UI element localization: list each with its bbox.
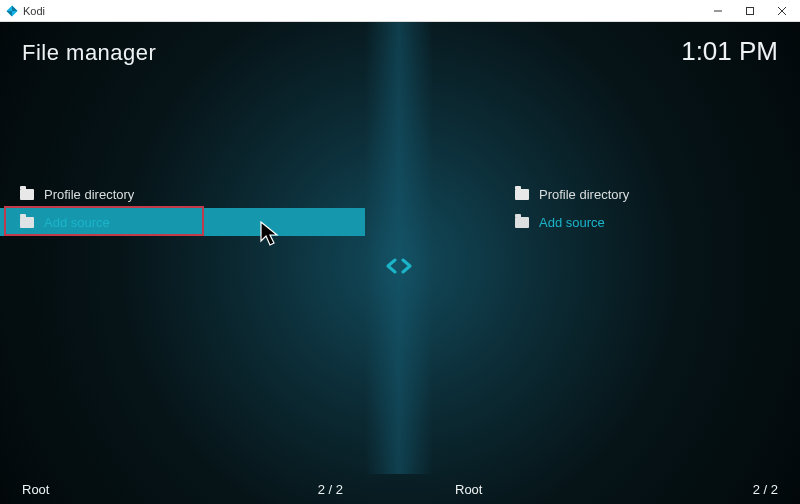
window-controls	[702, 1, 798, 21]
folder-icon	[515, 189, 529, 200]
titlebar-left: Kodi	[6, 5, 45, 17]
footer-gap	[365, 474, 433, 504]
folder-icon	[515, 217, 529, 228]
minimize-button[interactable]	[702, 1, 734, 21]
maximize-icon	[745, 6, 755, 16]
footer-right: Root 2 / 2	[433, 474, 800, 504]
kodi-logo-icon	[6, 5, 18, 17]
add-source-item[interactable]: Add source	[0, 208, 365, 236]
footer-left: Root 2 / 2	[0, 474, 365, 504]
add-source-item[interactable]: Add source	[495, 208, 800, 236]
folder-icon	[20, 189, 34, 200]
kodi-app: File manager 1:01 PM Profile directory A…	[0, 22, 800, 504]
close-icon	[777, 6, 787, 16]
footer-left-position: 2 / 2	[318, 482, 343, 497]
list-item-label: Profile directory	[539, 187, 629, 202]
list-item[interactable]: Profile directory	[0, 180, 365, 208]
footer-left-path: Root	[22, 482, 49, 497]
close-button[interactable]	[766, 1, 798, 21]
footer-right-position: 2 / 2	[753, 482, 778, 497]
swap-icon	[386, 256, 412, 281]
list-item-label: Profile directory	[44, 187, 134, 202]
minimize-icon	[713, 6, 723, 16]
footer-right-path: Root	[455, 482, 482, 497]
svg-rect-1	[747, 7, 754, 14]
right-pane: Profile directory Add source	[433, 22, 800, 474]
maximize-button[interactable]	[734, 1, 766, 21]
center-divider	[365, 22, 433, 474]
left-list: Profile directory Add source	[0, 180, 365, 236]
list-item-label: Add source	[44, 215, 110, 230]
list-item[interactable]: Profile directory	[495, 180, 800, 208]
footer: Root 2 / 2 Root 2 / 2	[0, 474, 800, 504]
panes: Profile directory Add source	[0, 22, 800, 474]
list-item-label: Add source	[539, 215, 605, 230]
right-list: Profile directory Add source	[495, 180, 800, 236]
left-pane: Profile directory Add source	[0, 22, 365, 474]
window-title: Kodi	[23, 5, 45, 17]
folder-icon	[20, 217, 34, 228]
window-titlebar: Kodi	[0, 0, 800, 22]
